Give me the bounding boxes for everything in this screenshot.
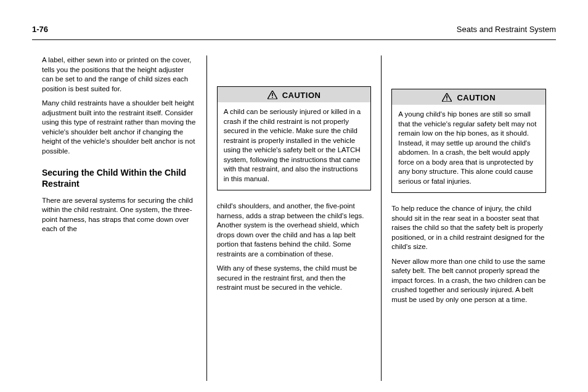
body-text: Never allow more than one child to use t…: [391, 257, 546, 305]
body-text: There are several systems for securing t…: [42, 196, 197, 234]
column-3: CAUTION A young child's hip bones are st…: [381, 55, 556, 381]
caution-heading: CAUTION: [392, 89, 545, 105]
caution-body: A young child's hip bones are still so s…: [392, 105, 545, 192]
subheading: Securing the Child Within the Child Rest…: [42, 167, 197, 189]
section-title: Seats and Restraint System: [457, 25, 556, 34]
caution-box: CAUTION A child can be seriously injured…: [217, 86, 372, 190]
caution-box: CAUTION A young child's hip bones are st…: [391, 89, 546, 193]
header-rule: [32, 39, 556, 40]
caution-heading: CAUTION: [218, 87, 371, 102]
svg-rect-4: [446, 96, 447, 99]
body-text: With any of these systems, the child mus…: [217, 264, 372, 293]
body-text: Many child restraints have a shoulder be…: [42, 99, 197, 156]
column-1: A label, either sewn into or printed on …: [32, 55, 206, 381]
body-text: To help reduce the chance of injury, the…: [391, 204, 546, 252]
body-text: child's shoulders, and another, the five…: [217, 202, 372, 259]
warning-triangle-icon: [442, 93, 452, 102]
columns: A label, either sewn into or printed on …: [32, 55, 556, 381]
manual-page: 1-76 Seats and Restraint System A label,…: [0, 0, 588, 392]
svg-rect-1: [272, 93, 273, 96]
caution-label: CAUTION: [457, 93, 496, 102]
body-text: A label, either sewn into or printed on …: [42, 55, 197, 94]
page-number: 1-76: [32, 25, 48, 34]
svg-rect-5: [446, 99, 447, 100]
column-2: CAUTION A child can be seriously injured…: [206, 55, 382, 381]
caution-label: CAUTION: [282, 91, 321, 100]
svg-rect-2: [272, 97, 273, 98]
caution-body: A child can be seriously injured or kill…: [218, 102, 371, 190]
warning-triangle-icon: [267, 91, 277, 99]
